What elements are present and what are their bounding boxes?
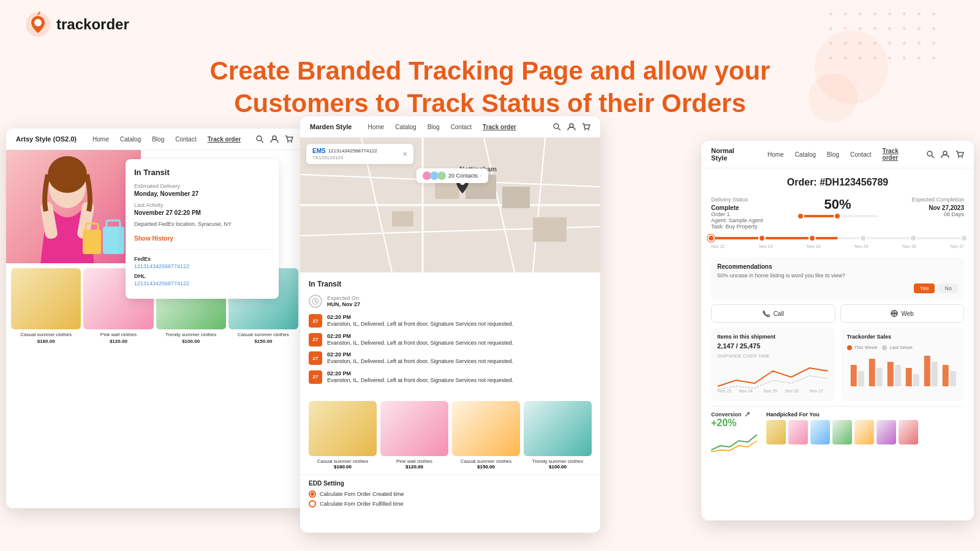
show-history-link[interactable]: Show History [134,235,173,242]
sales-stats-card: Trackorder Sales This Week Last Week [841,328,965,401]
mid-product-price-2: $120.00 [380,464,448,470]
phone-icon [763,310,770,317]
event-time-2: 02:20 PM [327,333,513,339]
mid-transit-body: In Transit Expected On HUN, Nov 27 27 02… [300,272,600,396]
right-user-icon[interactable] [941,150,949,159]
svg-rect-62 [924,356,930,386]
screenshots-area: Artsy Style (OS2.0) Home Catalog Blog Co… [0,116,980,551]
left-nav-track[interactable]: Track order [208,136,241,143]
timeline-label-3: Nov 25 [854,244,868,249]
edd-radio-2[interactable] [309,500,316,508]
this-week-label: This Week [854,345,878,350]
globe-icon [891,310,898,317]
expected-completion-label: Expected Completion [883,197,964,203]
event-2: 27 02:20 PM Evanston, IL, Delivered. Lef… [309,333,592,347]
expected-label: Expected On [327,295,360,301]
sales-title: Trackorder Sales [847,334,892,340]
web-button[interactable]: Web [840,304,965,323]
rec-yes-button[interactable]: Yes [914,283,935,293]
product-name-3: Trendy summer clothes [156,332,226,337]
left-nav-home[interactable]: Home [92,136,109,143]
call-button[interactable]: Call [711,304,835,323]
svg-point-2 [257,136,262,141]
product-name-2: Pink wall clothes [83,332,153,337]
edd-title: EDD Setting [309,480,592,487]
mid-product-thumb-1 [309,401,377,456]
product-price-1: $180.00 [11,339,81,344]
edd-option-1[interactable]: Calculate Fom Order Created time [309,490,592,498]
product-item-4: Casual summer clothes $150.00 [228,268,298,503]
product-name-1: Casual summer clothes [11,332,81,337]
svg-rect-34 [392,211,413,227]
left-products-grid: Casual summer clothes $180.00 Pink wall … [6,263,303,508]
right-nav-track[interactable]: Track order [883,148,915,161]
right-cart-icon[interactable] [956,150,964,159]
right-nav-contact[interactable]: Contact [850,151,871,158]
event-3: 27 02:20 PM Evanston, IL, Delivered. Lef… [309,351,592,365]
expected-date: HUN, Nov 27 [327,301,360,307]
right-nav-blog[interactable]: Blog [827,151,839,158]
items-line-chart: Nov 23 Nov 24 Nov 25 Nov 26 Nov 27 [717,359,829,392]
activity-date: November 27 02:20 PM [134,209,270,216]
handpicked-thumb-7 [899,420,918,444]
product-item-3: Trendy summer clothes $100.00 [156,268,226,503]
left-nav-brand: Artsy Style (OS2.0) [16,135,77,143]
map-area: Nottingham EMS 121314342568774122 TK1231… [300,138,600,272]
delivery-date: Monday, November 27 [134,190,270,197]
delivery-status-value: Complete [711,204,792,211]
tracking-sub: TK123123123 [312,155,399,160]
product-item-2: Pink wall clothes $120.00 [83,268,153,503]
stats-grid: Items in this shipment 2,147 / 25,475 SH… [711,328,964,401]
svg-line-3 [261,140,263,143]
task-label: Task: Buy Property [711,223,792,230]
product-item-1: Casual summer clothes $180.00 [11,268,81,503]
mid-products-grid: Casual summer clothes $180.00 Pink wall … [300,396,600,474]
mid-product-thumb-3 [452,401,520,456]
left-nav-catalog[interactable]: Catalog [120,136,141,143]
screenshot-mid: Marden Style Home Catalog Blog Contact T… [300,116,600,533]
svg-line-43 [932,156,934,158]
carrier2-name: DHL [134,273,270,279]
cart-icon[interactable] [285,135,293,143]
user-icon[interactable] [270,135,279,143]
timeline-label-0: Nov 22 [711,244,725,249]
carrier1-tracking[interactable]: 121314342568774122 [134,263,270,269]
left-nav-contact[interactable]: Contact [175,136,196,143]
edd-option-2[interactable]: Calculate Fom Order Fulfilled time [309,500,592,508]
right-search-icon[interactable] [926,150,935,159]
items-value: 2,147 / 25,475 [717,342,829,350]
activity-label: Last Activity [134,202,270,208]
conversion-mini-chart [711,429,760,453]
percent-item: 50% [797,197,878,230]
contact-buttons: Call Web [711,304,964,323]
event-text-1: Evanston, IL, Delivered. Left at front d… [327,320,513,328]
edd-section: EDD Setting Calculate Fom Order Created … [300,474,600,515]
event-date-badge-2: 27 [309,333,322,347]
hero-title: Create Branded Tracking Page and allow y… [24,55,956,119]
right-nav: Normal Style Home Catalog Blog Contact T… [701,141,974,168]
bottom-section: Conversion +20% Handpicked For You [711,406,964,455]
right-nav-home[interactable]: Home [767,151,784,158]
product-price-2: $120.00 [83,339,153,344]
svg-rect-61 [913,374,919,386]
carrier2-tracking[interactable]: 121314342568774122 [134,280,270,287]
rec-no-button[interactable]: No [938,283,958,293]
svg-point-10 [48,156,87,193]
mid-product-name-3: Casual summer clothes [452,459,520,464]
mid-product-3: Casual summer clothes $150.00 [452,401,520,470]
delivery-status-grid: Delivery Status Complete Order 1 Agent: … [711,197,964,230]
timeline-label-4: Nov 26 [903,244,916,249]
right-nav-icons [926,150,964,159]
left-nav-blog[interactable]: Blog [152,136,164,143]
mid-product-name-4: Trendy summer clothes [524,459,592,464]
search-icon[interactable] [255,135,264,143]
edd-radio-1[interactable] [309,490,316,498]
right-nav-catalog[interactable]: Catalog [795,151,816,158]
items-stats-card: Items in this shipment 2,147 / 25,475 SH… [711,328,835,401]
order-title: Order: #DH123456789 [711,177,964,188]
contacts-badge[interactable]: 20 Contacts › [417,168,488,183]
handpicked-thumb-2 [788,420,808,444]
expected-section: Expected On HUN, Nov 27 [309,294,592,308]
hero-line1: Create Branded Tracking Page and allow y… [24,55,956,88]
carrier-close-icon[interactable]: ✕ [402,151,407,157]
